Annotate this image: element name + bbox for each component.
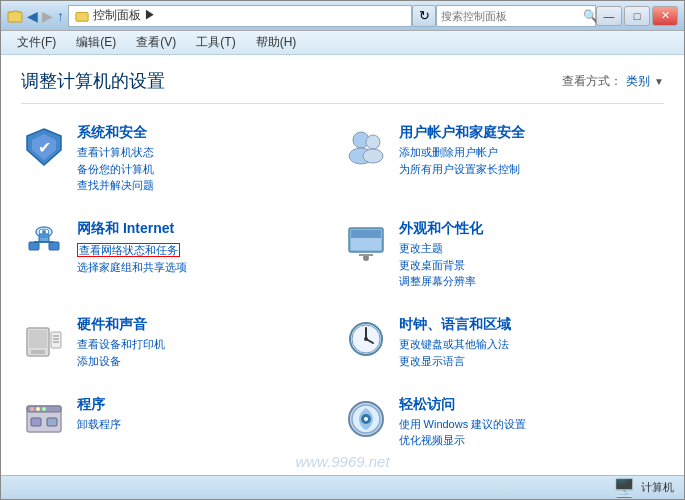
menu-view[interactable]: 查看(V) [128,32,184,53]
window: ◀ ▶ ↑ 控制面板 ▶ ↻ 🔍 — □ ✕ 文件(F) 编辑(E) 查看(V)… [0,0,685,500]
svg-point-16 [42,230,46,234]
folder-icon [7,8,23,24]
refresh-btn[interactable]: ↻ [412,5,436,27]
cp-item-user-accounts[interactable]: 用户帐户和家庭安全 添加或删除用户帐户 为所有用户设置家长控制 [343,116,665,212]
svg-point-33 [364,337,368,341]
cp-item-accessibility[interactable]: 轻松访问 使用 Windows 建议的设置 优化视频显示 [343,388,665,468]
view-label: 查看方式： [562,73,622,90]
svg-rect-24 [31,350,45,354]
cp-item-network[interactable]: 网络和 Internet 查看网络状态和任务 选择家庭组和共享选项 [21,212,343,308]
network-link-1[interactable]: 选择家庭组和共享选项 [77,259,333,276]
appearance-title[interactable]: 外观和个性化 [399,220,655,238]
appearance-link-2[interactable]: 调整屏幕分辨率 [399,273,655,290]
search-input[interactable] [441,10,579,22]
svg-rect-25 [51,332,61,348]
svg-rect-40 [47,418,57,426]
appearance-link-0[interactable]: 更改主题 [399,240,655,257]
hardware-title[interactable]: 硬件和声音 [77,316,333,334]
svg-rect-23 [29,330,47,348]
programs-title[interactable]: 程序 [77,396,333,414]
nav-back-icon[interactable]: ◀ [27,8,38,24]
menu-help[interactable]: 帮助(H) [248,32,305,53]
search-box[interactable]: 🔍 [436,5,596,27]
accessibility-text: 轻松访问 使用 Windows 建议的设置 优化视频显示 [399,396,655,449]
programs-link-0[interactable]: 卸载程序 [77,416,333,433]
svg-point-37 [36,407,40,411]
svg-point-36 [30,407,34,411]
system-security-link-0[interactable]: 查看计算机状态 [77,144,333,161]
svg-rect-21 [359,254,373,256]
network-link-0[interactable]: 查看网络状态和任务 [77,243,180,257]
user-accounts-icon [343,124,389,170]
page-title: 调整计算机的设置 [21,69,165,93]
minimize-button[interactable]: — [596,6,622,26]
hardware-link-1[interactable]: 添加设备 [77,353,333,370]
content-header: 调整计算机的设置 查看方式： 类别 ▼ [1,55,684,99]
svg-point-8 [363,149,383,163]
accessibility-link-0[interactable]: 使用 Windows 建议的设置 [399,416,655,433]
svg-rect-19 [351,230,381,238]
menu-tools[interactable]: 工具(T) [188,32,243,53]
cp-item-clock[interactable]: 时钟、语言和区域 更改键盘或其他输入法 更改显示语言 [343,308,665,388]
view-selector: 查看方式： 类别 ▼ [562,73,664,90]
menu-edit[interactable]: 编辑(E) [68,32,124,53]
cp-item-programs[interactable]: 程序 卸载程序 [21,388,343,468]
svg-rect-39 [31,418,41,426]
address-field[interactable]: 控制面板 ▶ [68,5,412,27]
main-content: 调整计算机的设置 查看方式： 类别 ▼ ✔ 系统和安全 [1,55,684,475]
title-bar-left: ◀ ▶ ↑ [7,8,64,24]
svg-point-7 [366,135,380,149]
title-bar-buttons: — □ ✕ [596,6,678,26]
computer-icon: 🖥️ [613,477,635,499]
clock-text: 时钟、语言和区域 更改键盘或其他输入法 更改显示语言 [399,316,655,369]
accessibility-link-1[interactable]: 优化视频显示 [399,432,655,449]
computer-label: 计算机 [641,480,674,495]
clock-link-1[interactable]: 更改显示语言 [399,353,655,370]
menu-file[interactable]: 文件(F) [9,32,64,53]
svg-rect-9 [29,242,39,250]
network-icon [21,220,67,266]
accessibility-icon [343,396,389,442]
appearance-link-1[interactable]: 更改桌面背景 [399,257,655,274]
appearance-icon [343,220,389,266]
maximize-button[interactable]: □ [624,6,650,26]
programs-icon [21,396,67,442]
system-security-link-2[interactable]: 查找并解决问题 [77,177,333,194]
cp-item-system-security[interactable]: ✔ 系统和安全 查看计算机状态 备份您的计算机 查找并解决问题 [21,116,343,212]
programs-text: 程序 卸载程序 [77,396,333,433]
appearance-text: 外观和个性化 更改主题 更改桌面背景 调整屏幕分辨率 [399,220,655,290]
system-security-icon: ✔ [21,124,67,170]
hardware-text: 硬件和声音 查看设备和打印机 添加设备 [77,316,333,369]
system-security-link-1[interactable]: 备份您的计算机 [77,161,333,178]
view-arrow-icon[interactable]: ▼ [654,76,664,87]
cp-grid: ✔ 系统和安全 查看计算机状态 备份您的计算机 查找并解决问题 [1,108,684,475]
network-text: 网络和 Internet 查看网络状态和任务 选择家庭组和共享选项 [77,220,333,275]
hardware-link-0[interactable]: 查看设备和打印机 [77,336,333,353]
cp-item-hardware[interactable]: 硬件和声音 查看设备和打印机 添加设备 [21,308,343,388]
nav-up-icon[interactable]: ↑ [57,8,64,24]
accessibility-title[interactable]: 轻松访问 [399,396,655,414]
close-button[interactable]: ✕ [652,6,678,26]
user-accounts-link-1[interactable]: 为所有用户设置家长控制 [399,161,655,178]
clock-title[interactable]: 时钟、语言和区域 [399,316,655,334]
svg-point-38 [42,407,46,411]
svg-point-44 [364,417,368,421]
folder-small-icon [75,9,89,23]
clock-icon [343,316,389,362]
network-title[interactable]: 网络和 Internet [77,220,333,238]
svg-rect-1 [76,12,88,21]
clock-link-0[interactable]: 更改键盘或其他输入法 [399,336,655,353]
user-accounts-link-0[interactable]: 添加或删除用户帐户 [399,144,655,161]
breadcrumb: 控制面板 ▶ [93,7,156,24]
cp-item-appearance[interactable]: 外观和个性化 更改主题 更改桌面背景 调整屏幕分辨率 [343,212,665,308]
view-value[interactable]: 类别 [626,73,650,90]
title-bar: ◀ ▶ ↑ 控制面板 ▶ ↻ 🔍 — □ ✕ [1,1,684,31]
user-accounts-title[interactable]: 用户帐户和家庭安全 [399,124,655,142]
svg-text:✔: ✔ [38,139,51,156]
system-security-text: 系统和安全 查看计算机状态 备份您的计算机 查找并解决问题 [77,124,333,194]
svg-rect-11 [49,242,59,250]
nav-forward-icon[interactable]: ▶ [42,8,53,24]
divider [21,103,664,104]
user-accounts-text: 用户帐户和家庭安全 添加或删除用户帐户 为所有用户设置家长控制 [399,124,655,177]
system-security-title[interactable]: 系统和安全 [77,124,333,142]
